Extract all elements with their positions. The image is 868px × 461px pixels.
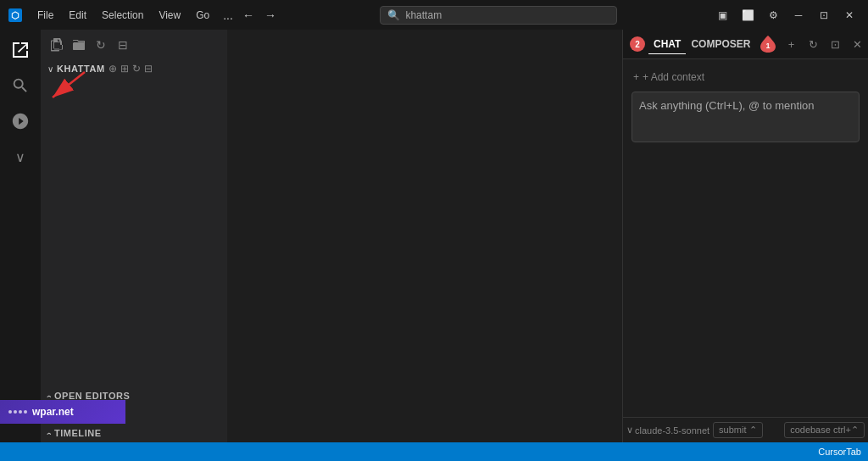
layout-button[interactable]: ⊡ (825, 34, 845, 54)
forward-button[interactable]: → (260, 5, 281, 25)
sidebar-folder-khattam[interactable]: ∨ KHATTAM ⊕ ⊞ ↻ ⊟ (41, 59, 227, 78)
folder-name: KHATTAM (57, 64, 105, 74)
menu-edit[interactable]: Edit (62, 6, 93, 25)
sidebar: ↻ ⊟ ∨ KHATTAM ⊕ ⊞ ↻ ⊟ › OPEN EDITORS (41, 30, 227, 442)
main-area: ∨ ↻ ⊟ ∨ KHATTAM ⊕ ⊞ ↻ ⊟ (0, 30, 868, 442)
restore-button[interactable]: ⊡ (812, 3, 836, 27)
titlebar-right-controls: ▣ ⬜ ⚙ ─ ⊡ ✕ (710, 3, 861, 27)
chat-placeholder: Ask anything (Ctrl+L), @ to mention (639, 99, 814, 112)
sidebar-new-folder-button[interactable] (70, 36, 88, 54)
menu-ellipsis[interactable]: ... (218, 5, 238, 25)
search-box[interactable]: 🔍 khattam (380, 6, 617, 25)
folder-actions: ⊕ ⊞ ↻ ⊟ (108, 63, 153, 75)
minimize-button[interactable]: ─ (787, 3, 810, 27)
titlebar: ⬡ File Edit Selection View Go ... ← → 🔍 … (0, 0, 868, 30)
timeline-header[interactable]: › TIMELINE (41, 424, 227, 442)
chat-input[interactable]: Ask anything (Ctrl+L), @ to mention (632, 92, 860, 142)
menu-selection[interactable]: Selection (95, 6, 150, 25)
sidebar-collapse-button[interactable]: ⊟ (114, 36, 132, 54)
sidebar-file-list: ∨ KHATTAM ⊕ ⊞ ↻ ⊟ (41, 59, 227, 223)
ai-drop-icon: 1 (760, 36, 776, 53)
activity-source-control[interactable] (3, 104, 37, 138)
cursor-tab-label: CursorTab (818, 447, 861, 457)
plus-icon: + (633, 71, 639, 83)
wpar-badge: wpar.net (0, 400, 125, 424)
model-name: claude-3.5-sonnet (635, 425, 709, 436)
status-bar: CursorTab (0, 442, 868, 461)
add-context-label: + Add context (643, 71, 704, 83)
timeline-label: TIMELINE (54, 428, 102, 438)
close-panel-button[interactable]: ✕ (847, 34, 867, 54)
codebase-button[interactable]: codebase ctrl+⌃ (784, 422, 865, 438)
folder-refresh-icon[interactable]: ↻ (132, 63, 141, 75)
nav-buttons: ← → (238, 5, 281, 25)
search-area: 🔍 khattam (287, 6, 710, 25)
sidebar-toggle-button[interactable]: ▣ (710, 3, 734, 27)
activity-bar: ∨ (0, 30, 41, 442)
ai-badge-text: 1 (766, 42, 771, 50)
add-context-button[interactable]: + + Add context (632, 68, 860, 86)
composer-tab[interactable]: COMPOSER (686, 35, 755, 54)
folder-new-folder-icon[interactable]: ⊞ (120, 63, 129, 75)
panel-actions: 1 + ↻ ⊡ ✕ (759, 34, 867, 54)
app-logo: ⬡ (7, 7, 24, 24)
settings-button[interactable]: ⚙ (761, 3, 785, 27)
sidebar-new-file-button[interactable] (47, 36, 66, 54)
history-button[interactable]: ↻ (803, 34, 823, 54)
right-panel-header: 2 CHAT COMPOSER 1 + ↻ ⊡ ✕ (623, 30, 868, 59)
panel-toggle-button[interactable]: ⬜ (736, 3, 760, 27)
activity-explorer[interactable] (3, 33, 37, 67)
activity-more[interactable]: ∨ (3, 140, 37, 174)
search-icon: 🔍 (387, 9, 400, 21)
submit-label: submit ⌃ (719, 425, 756, 436)
chat-footer: ∨ claude-3.5-sonnet submit ⌃ codebase ct… (623, 417, 868, 442)
back-button[interactable]: ← (238, 5, 259, 25)
right-panel: 2 CHAT COMPOSER 1 + ↻ ⊡ ✕ + (622, 30, 868, 442)
model-selector[interactable]: ∨ claude-3.5-sonnet (626, 425, 709, 436)
sidebar-refresh-button[interactable]: ↻ (92, 36, 110, 54)
chat-badge: 2 (630, 36, 645, 52)
codebase-label: codebase ctrl+⌃ (790, 425, 859, 436)
sidebar-toolbar: ↻ ⊟ (41, 30, 227, 59)
status-right: CursorTab (818, 447, 861, 457)
new-chat-button[interactable]: + (781, 34, 801, 54)
model-chevron: ∨ (626, 425, 633, 436)
menu-go[interactable]: Go (189, 6, 216, 25)
search-text: khattam (405, 9, 442, 21)
wpar-text: wpar.net (32, 406, 74, 418)
svg-text:⬡: ⬡ (11, 10, 19, 20)
open-editors-chevron: › (44, 394, 53, 397)
chat-content: + + Add context Ask anything (Ctrl+L), @… (623, 59, 868, 417)
timeline-section: › TIMELINE (41, 424, 227, 442)
submit-button[interactable]: submit ⌃ (713, 422, 762, 438)
chat-tab-container: 2 CHAT COMPOSER (630, 35, 755, 54)
folder-chevron: ∨ (47, 64, 53, 74)
editor-area (227, 30, 622, 442)
timeline-chevron: › (44, 431, 53, 435)
folder-new-file-icon[interactable]: ⊕ (108, 63, 117, 75)
menu-bar: File Edit Selection View Go ... (31, 5, 238, 25)
activity-search[interactable] (3, 69, 37, 103)
chat-tab[interactable]: CHAT (648, 35, 686, 54)
folder-collapse-icon[interactable]: ⊟ (144, 63, 153, 75)
wpar-dots (8, 410, 27, 414)
menu-file[interactable]: File (31, 6, 60, 25)
close-button[interactable]: ✕ (837, 3, 861, 27)
menu-view[interactable]: View (152, 6, 187, 25)
